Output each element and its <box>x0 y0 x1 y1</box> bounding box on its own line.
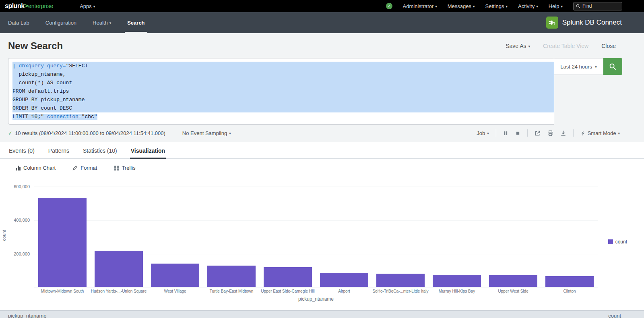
y-tick-label: 600,000 <box>14 184 30 189</box>
column-chart: count 200,000400,000600,000 Midtown-Midt… <box>0 179 644 306</box>
bar-slot <box>91 251 147 287</box>
chart-bar[interactable] <box>264 267 312 287</box>
x-tick-label: West Village <box>147 289 203 293</box>
divider <box>496 129 496 137</box>
logo-enterprise-text: enterprise <box>28 3 53 9</box>
chevron-down-icon: ▾ <box>229 132 231 135</box>
search-mode-label: Smart Mode <box>588 130 616 136</box>
pencil-icon <box>72 165 78 170</box>
event-sampling-label: No Event Sampling <box>182 130 227 136</box>
job-menu-label: Job <box>477 130 485 136</box>
appbar-item-health[interactable]: Health ▾ <box>85 12 119 33</box>
help-menu[interactable]: Help ▾ <box>549 3 563 9</box>
search-mode-menu[interactable]: Smart Mode ▾ <box>580 130 620 136</box>
chart-bar[interactable] <box>95 251 143 287</box>
x-axis-title: pickup_ntaname <box>34 296 598 302</box>
stats-column-pickup-ntaname[interactable]: pickup_ntaname <box>8 313 46 318</box>
appbar-item-label: Data Lab <box>8 20 29 26</box>
chart-bar[interactable] <box>320 273 368 287</box>
time-range-picker[interactable]: Last 24 hours ▾ <box>554 58 603 75</box>
logo-gt-mark: > <box>25 2 28 10</box>
appbar-item-search[interactable]: Search <box>119 12 153 33</box>
x-tick-label: Clinton <box>541 289 598 293</box>
results-summary: 10 results (08/04/2024 11:00:00.000 to 0… <box>15 130 165 136</box>
tab-events[interactable]: Events (0) <box>8 142 35 158</box>
chart-bar[interactable] <box>489 275 537 287</box>
visualization-toolbar: Column Chart Format Trellis <box>0 159 644 176</box>
db-connect-app-icon <box>546 17 558 29</box>
x-tick-label: Murray Hill-Kips Bay <box>429 289 485 293</box>
job-toolbar: Job ▾ <box>477 129 620 137</box>
y-tick-label: 200,000 <box>14 251 30 256</box>
close-button[interactable]: Close <box>601 43 616 49</box>
chevron-down-icon: ▾ <box>595 65 597 69</box>
event-sampling-menu[interactable]: No Event Sampling ▾ <box>182 130 231 136</box>
chart-bar[interactable] <box>376 274 425 287</box>
administrator-menu[interactable]: Administrator ▾ <box>403 3 437 9</box>
chart-bar[interactable] <box>433 275 481 287</box>
chart-bar[interactable] <box>545 276 594 287</box>
chevron-down-icon: ▾ <box>561 5 563 8</box>
x-tick-label: Turtle Bay-East Midtown <box>203 289 260 293</box>
results-check-icon: ✓ <box>8 130 12 136</box>
chart-bar[interactable] <box>38 198 87 287</box>
x-tick-label: Airport <box>316 289 372 293</box>
settings-menu[interactable]: Settings ▾ <box>485 3 508 9</box>
help-menu-label: Help <box>549 3 559 9</box>
query-editor[interactable]: | dbxquery query="SELECT pickup_ntaname,… <box>8 58 554 125</box>
chart-bars <box>34 187 598 287</box>
chart-type-label: Column Chart <box>23 165 56 171</box>
query-line: ORDER BY count DESC <box>12 104 554 112</box>
trellis-icon <box>114 166 119 170</box>
apps-menu[interactable]: Apps ▾ <box>80 3 95 9</box>
search-header-section: New Search Save As ▾ Create Table View C… <box>0 33 644 142</box>
export-job-button[interactable] <box>560 130 566 136</box>
job-menu[interactable]: Job ▾ <box>477 130 489 136</box>
tab-visualization[interactable]: Visualization <box>130 142 166 158</box>
bar-slot <box>316 273 372 287</box>
chart-bar[interactable] <box>207 266 256 287</box>
app-home-link[interactable]: Splunk DB Connect <box>546 17 622 29</box>
divider <box>527 129 528 137</box>
share-job-button[interactable] <box>535 130 541 136</box>
stats-column-count[interactable]: count <box>608 313 621 318</box>
tab-patterns[interactable]: Patterns <box>47 142 70 158</box>
messages-menu[interactable]: Messages ▾ <box>448 3 475 9</box>
search-submit-button[interactable] <box>603 58 622 75</box>
x-tick-label: Upper West Side <box>485 289 541 293</box>
legend-item-count[interactable]: count <box>608 239 627 245</box>
check-icon: ✓ <box>387 4 390 8</box>
column-chart-icon <box>16 166 21 170</box>
health-status-icon[interactable]: ✓ <box>386 3 392 9</box>
find-search[interactable] <box>573 2 622 10</box>
appbar-item-data-lab[interactable]: Data Lab <box>0 12 37 33</box>
chevron-down-icon: ▾ <box>109 21 111 25</box>
tab-statistics[interactable]: Statistics (10) <box>82 142 118 158</box>
trellis-button[interactable]: Trellis <box>114 165 135 171</box>
format-button[interactable]: Format <box>72 165 97 171</box>
bar-slot <box>203 266 260 287</box>
search-bar-row: | dbxquery query="SELECT pickup_ntaname,… <box>8 58 622 125</box>
splunk-logo[interactable]: splunk>enterprise <box>5 2 53 10</box>
bar-slot <box>372 274 429 287</box>
chevron-down-icon: ▾ <box>93 5 95 8</box>
find-input[interactable] <box>582 3 619 9</box>
legend-swatch <box>608 239 613 244</box>
appbar-item-configuration[interactable]: Configuration <box>37 12 85 33</box>
page-title: New Search <box>8 40 63 52</box>
smart-mode-icon <box>580 131 586 136</box>
bar-slot <box>429 275 485 287</box>
search-icon <box>576 4 580 8</box>
create-table-view-button: Create Table View <box>543 43 588 49</box>
chevron-down-icon: ▾ <box>473 5 475 8</box>
x-tick-label: Upper East Side-Carnegie Hill <box>260 289 316 293</box>
trellis-label: Trellis <box>122 165 135 171</box>
save-as-button[interactable]: Save As ▾ <box>506 43 530 49</box>
stop-job-button[interactable] <box>515 131 520 136</box>
activity-menu[interactable]: Activity ▾ <box>518 3 538 9</box>
chevron-down-icon: ▾ <box>536 5 538 8</box>
print-job-button[interactable] <box>547 130 553 136</box>
pause-job-button[interactable] <box>503 131 508 136</box>
chart-type-button[interactable]: Column Chart <box>16 165 56 171</box>
chart-bar[interactable] <box>151 264 199 287</box>
